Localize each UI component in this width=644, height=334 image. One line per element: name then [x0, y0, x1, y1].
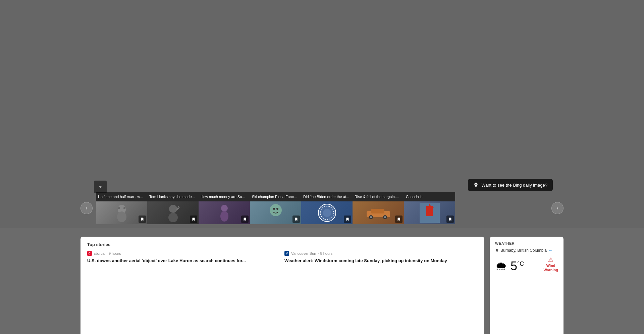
stories-grid: C cbc.ca · 9 hours U.S. downs another ae…: [87, 251, 478, 264]
svg-point-11: [273, 208, 275, 210]
ski-figure: [267, 203, 284, 223]
ape-man-figure: [112, 203, 132, 223]
bookmark-svg-7: [448, 217, 452, 221]
bookmark-icon-2[interactable]: [190, 216, 197, 223]
carousel-item-image-5: [301, 201, 353, 224]
top-stories-header: Top stories: [87, 242, 478, 247]
weather-location-text: Burnaby, British Columbia: [500, 248, 547, 253]
concert-figure: [216, 203, 233, 223]
location-icon: [473, 182, 479, 188]
bookmark-icon-1[interactable]: [139, 216, 146, 223]
story-time-1: · 9 hours: [107, 251, 121, 255]
carousel-item-image-6: [353, 201, 404, 224]
weather-card: WEATHER Burnaby, British Columbia ✏ 🌧 5°…: [490, 237, 564, 334]
carousel-item-2[interactable]: Tom Hanks says he made...: [147, 192, 199, 224]
bing-tooltip-text: Want to see the Bing daily image?: [481, 183, 547, 188]
weather-warning-button[interactable]: ⚠ WindWarning ›: [543, 256, 558, 276]
story-time-2: · 8 hours: [318, 251, 332, 255]
carousel-item-image-4: [250, 201, 301, 224]
carousel-item-4[interactable]: Ski champion Elena Fanc...: [250, 192, 301, 224]
chevron-down-icon: [97, 184, 103, 190]
story-item-1[interactable]: C cbc.ca · 9 hours U.S. downs another ae…: [87, 251, 280, 264]
story-title-1: U.S. downs another aerial 'object' over …: [87, 258, 280, 264]
bookmark-icon-6[interactable]: [395, 216, 402, 223]
svg-point-19: [370, 216, 372, 218]
svg-point-9: [220, 211, 228, 222]
story-source-1: cbc.ca: [94, 251, 105, 255]
story-source-2: Vancouver Sun: [291, 251, 316, 255]
biden-figure: [317, 203, 337, 223]
carousel-items-container: Half ape and half man - w... Tom: [96, 192, 548, 224]
carousel-item-7[interactable]: Canada is...: [404, 192, 455, 224]
bookmark-svg-3: [243, 217, 247, 221]
svg-point-4: [169, 205, 177, 213]
canada-figure: [420, 203, 440, 223]
story-source-line-1: C cbc.ca · 9 hours: [87, 251, 280, 256]
story-item-2[interactable]: V Vancouver Sun · 8 hours Weather alert:…: [284, 251, 478, 264]
scroll-down-button[interactable]: [94, 181, 107, 193]
carousel-item-6[interactable]: Rise & fall of the bargain-...: [353, 192, 404, 224]
carousel-item-image-7: [404, 201, 455, 224]
carousel-item-image-2: [147, 201, 199, 224]
story-source-line-2: V Vancouver Sun · 8 hours: [284, 251, 478, 256]
carousel-item-title-2: Tom Hanks says he made...: [147, 192, 199, 201]
carousel-prev-button[interactable]: ‹: [80, 202, 93, 214]
weather-warning-label: WindWarning: [543, 264, 558, 272]
svg-point-12: [276, 208, 278, 210]
bookmark-icon-3[interactable]: [241, 216, 249, 223]
bookmark-svg-2: [192, 217, 196, 221]
bookmark-svg-4: [294, 217, 298, 221]
carousel-next-button[interactable]: ›: [551, 202, 564, 214]
carousel-item-title-6: Rise & fall of the bargain-...: [353, 192, 404, 201]
favicon-van: V: [284, 251, 289, 256]
svg-point-10: [270, 204, 282, 216]
story-title-2: Weather alert: Windstorm coming late Sun…: [284, 258, 478, 264]
tom-hanks-figure: [165, 203, 181, 223]
bookmark-icon-5[interactable]: [344, 216, 351, 223]
weather-cloud-icon: 🌧: [495, 259, 507, 273]
carousel-item-1[interactable]: Half ape and half man - w...: [96, 192, 147, 224]
warning-triangle-icon: ⚠: [548, 256, 553, 264]
top-stories-card: Top stories C cbc.ca · 9 hours U.S. down…: [80, 237, 484, 334]
carousel-item-title-3: How much money are Su...: [199, 192, 250, 201]
weather-location: Burnaby, British Columbia ✏: [495, 248, 558, 253]
location-pin-icon: [495, 248, 499, 252]
bottom-panel: Top stories C cbc.ca · 9 hours U.S. down…: [0, 237, 644, 334]
car-figure: [365, 206, 392, 220]
carousel-item-title-5: Did Joe Biden order the at...: [301, 192, 353, 201]
carousel-item-3[interactable]: How much money are Su...: [199, 192, 250, 224]
weather-temp-display: 5°C: [511, 260, 524, 272]
news-carousel: ‹ Half ape and half man - w...: [0, 191, 644, 225]
bookmark-icon-7[interactable]: [446, 216, 454, 223]
svg-point-5: [168, 213, 178, 222]
favicon-cbc: C: [87, 251, 92, 256]
svg-rect-17: [371, 209, 384, 213]
bookmark-icon-4[interactable]: [292, 216, 300, 223]
svg-point-21: [384, 216, 386, 218]
svg-point-1: [117, 211, 126, 222]
bookmark-svg-5: [345, 217, 350, 221]
carousel-item-title-4: Ski champion Elena Fanc...: [250, 192, 301, 201]
weather-warning-arrow-icon: ›: [550, 272, 551, 276]
carousel-item-title-7: Canada is...: [404, 192, 455, 201]
weather-temperature: 5°C: [511, 259, 524, 273]
svg-point-3: [123, 207, 125, 209]
carousel-item-5[interactable]: Did Joe Biden order the at...: [301, 192, 353, 224]
weather-edit-button[interactable]: ✏: [549, 248, 552, 253]
svg-point-15: [323, 209, 331, 217]
svg-point-8: [221, 205, 228, 211]
carousel-item-image-1: [96, 201, 147, 224]
weather-main: 🌧 5°C ⚠ WindWarning ›: [495, 256, 558, 276]
bing-daily-image-tooltip[interactable]: Want to see the Bing daily image?: [468, 179, 553, 191]
weather-header: WEATHER: [495, 241, 558, 245]
bookmark-svg-6: [397, 217, 401, 221]
svg-point-2: [118, 207, 120, 209]
carousel-item-title-1: Half ape and half man - w...: [96, 192, 147, 201]
bookmark-svg-1: [140, 217, 144, 221]
carousel-item-image-3: [199, 201, 250, 224]
